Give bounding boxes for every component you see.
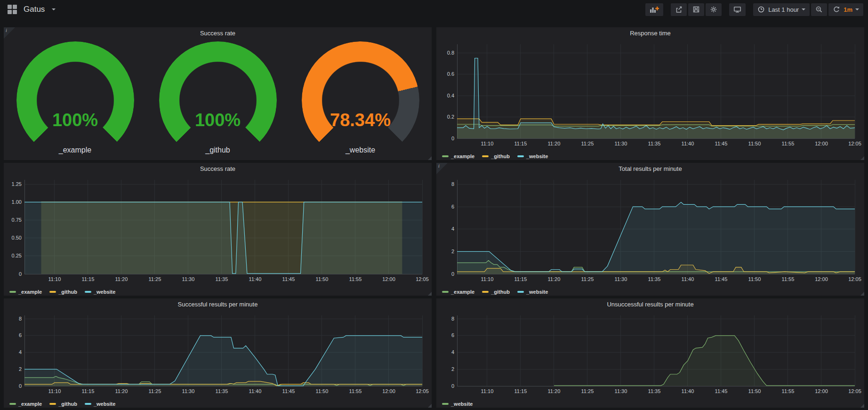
svg-text:0.75: 0.75	[12, 217, 22, 223]
add-panel-button[interactable]	[645, 3, 663, 16]
clock-icon	[757, 6, 765, 13]
chart-unsuccessful-results[interactable]: 0246811:1011:1511:2011:2511:3011:3511:40…	[439, 311, 861, 398]
bar-chart-plus-icon	[650, 6, 659, 13]
save-dashboard-button[interactable]	[688, 3, 704, 16]
navbar: Gatus	[0, 0, 868, 19]
svg-text:11:25: 11:25	[581, 388, 594, 394]
svg-text:11:20: 11:20	[115, 388, 128, 394]
legend-item-_example[interactable]: _example	[442, 289, 474, 295]
time-range-picker[interactable]: Last 1 hour	[753, 3, 810, 16]
svg-text:12:05: 12:05	[848, 388, 861, 394]
chart-success-rate[interactable]: 00.250.500.751.001.2511:1011:1511:2011:2…	[7, 175, 429, 286]
svg-text:8: 8	[451, 181, 454, 187]
legend-item-_github[interactable]: _github	[49, 401, 77, 407]
svg-text:0.8: 0.8	[447, 50, 454, 56]
legend-series-label: _example	[451, 289, 474, 295]
panel-title[interactable]: Success rate	[4, 27, 432, 40]
svg-text:4: 4	[451, 226, 454, 232]
legend-item-_github[interactable]: _github	[482, 153, 510, 159]
svg-text:0.4: 0.4	[447, 93, 454, 98]
panel-resize-handle[interactable]	[428, 292, 432, 296]
svg-text:0: 0	[19, 271, 22, 277]
chart-response-time[interactable]: 00.20.40.60.811:1011:1511:2011:2511:3011…	[439, 40, 861, 151]
panel-info-corner[interactable]: i	[4, 27, 15, 39]
panel-resize-handle[interactable]	[860, 292, 864, 296]
chart-total-results[interactable]: 0246811:1011:1511:2011:2511:3011:3511:40…	[439, 175, 861, 286]
panel-resize-handle[interactable]	[428, 404, 432, 408]
panel-resize-handle[interactable]	[860, 156, 864, 160]
svg-text:12:05: 12:05	[416, 388, 429, 394]
panel-info-corner[interactable]: i	[436, 163, 448, 174]
panel-resize-handle[interactable]	[428, 156, 432, 160]
legend-series-swatch	[49, 291, 56, 293]
legend-item-_website[interactable]: _website	[85, 401, 115, 407]
svg-text:11:35: 11:35	[216, 276, 228, 282]
gauge-arc: 78.34%	[302, 41, 419, 146]
zoom-out-icon	[815, 6, 823, 13]
share-dashboard-button[interactable]	[671, 3, 687, 16]
panel-title[interactable]: Success rate	[4, 163, 432, 175]
svg-text:11:25: 11:25	[581, 276, 594, 282]
legend-series-swatch	[49, 403, 56, 405]
cycle-view-mode-button[interactable]	[729, 3, 746, 16]
panel-title[interactable]: Unsuccessful results per minute	[436, 298, 864, 311]
dashboard-settings-button[interactable]	[706, 3, 722, 16]
dashboard-grid: i Success rate 100%_example100%_github78…	[0, 19, 868, 408]
monitor-icon	[733, 6, 741, 13]
svg-text:11:25: 11:25	[149, 388, 161, 394]
chevron-down-icon	[802, 8, 805, 10]
legend-series-label: _example	[18, 289, 42, 295]
svg-text:11:35: 11:35	[648, 141, 661, 146]
legend-series-swatch	[442, 155, 449, 157]
legend-item-_example[interactable]: _example	[9, 289, 42, 295]
legend-item-_website[interactable]: _website	[517, 153, 548, 159]
svg-text:11:20: 11:20	[548, 141, 561, 146]
svg-text:11:20: 11:20	[548, 276, 561, 282]
panel-title[interactable]: Total results per minute	[436, 163, 864, 175]
svg-text:11:30: 11:30	[615, 141, 627, 146]
svg-text:4: 4	[451, 349, 454, 355]
svg-text:12:05: 12:05	[416, 276, 429, 282]
svg-text:11:55: 11:55	[349, 276, 362, 282]
svg-text:12:05: 12:05	[848, 276, 861, 282]
zoom-out-button[interactable]	[811, 3, 827, 16]
chart-legend: _example_github_website	[4, 398, 432, 410]
legend-item-_github[interactable]: _github	[482, 289, 510, 295]
panel-title[interactable]: Response time	[436, 27, 864, 40]
chart-successful-results[interactable]: 0246811:1011:1511:2011:2511:3011:3511:40…	[7, 311, 429, 398]
svg-text:11:30: 11:30	[182, 388, 195, 394]
svg-text:11:40: 11:40	[682, 141, 694, 146]
legend-item-_github[interactable]: _github	[49, 289, 77, 295]
chart-legend: _example_github_website	[436, 286, 864, 297]
panel-unsuccessful-results: Unsuccessful results per minute 0246811:…	[436, 298, 864, 408]
svg-text:1.00: 1.00	[12, 199, 22, 205]
legend-item-_website[interactable]: _website	[85, 289, 115, 295]
legend-series-swatch	[517, 291, 524, 293]
svg-text:0: 0	[451, 271, 454, 277]
chart-legend: _example_github_website	[4, 286, 432, 297]
svg-text:0.25: 0.25	[12, 253, 22, 258]
svg-text:11:55: 11:55	[782, 276, 795, 282]
svg-text:11:10: 11:10	[481, 276, 494, 282]
chart-legend: _website	[436, 398, 864, 410]
dashboard-picker[interactable]: Gatus	[5, 3, 58, 16]
gauge-_github: 100%_github	[147, 40, 289, 154]
svg-text:12:00: 12:00	[382, 388, 395, 394]
svg-text:12:00: 12:00	[815, 141, 828, 146]
legend-series-swatch	[442, 403, 449, 405]
svg-text:11:50: 11:50	[748, 388, 761, 394]
panel-resize-handle[interactable]	[860, 404, 864, 408]
legend-item-_website[interactable]: _website	[442, 401, 473, 407]
legend-item-_website[interactable]: _website	[517, 289, 548, 295]
refresh-picker[interactable]: 1m	[828, 3, 863, 16]
time-range-label: Last 1 hour	[768, 6, 799, 13]
legend-series-swatch	[482, 291, 489, 293]
svg-text:2: 2	[19, 366, 22, 372]
svg-text:11:10: 11:10	[481, 141, 494, 146]
svg-text:11:45: 11:45	[715, 388, 728, 394]
svg-text:0.2: 0.2	[447, 114, 454, 120]
legend-item-_example[interactable]: _example	[442, 153, 474, 159]
panel-title[interactable]: Successful results per minute	[4, 298, 432, 311]
svg-text:12:00: 12:00	[815, 276, 828, 282]
legend-item-_example[interactable]: _example	[9, 401, 42, 407]
